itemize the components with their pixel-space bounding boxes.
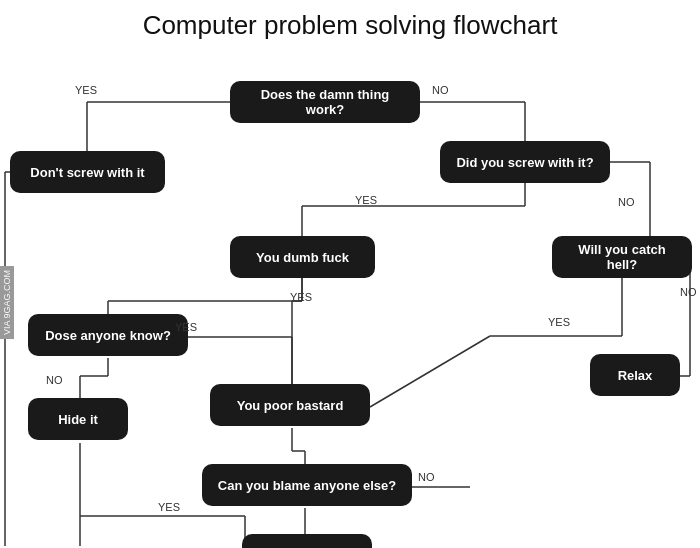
label-no-catch-hell: NO	[680, 286, 697, 298]
node-you-dumb-fuck: You dumb fuck	[230, 236, 375, 278]
node-you-poor-bastard: You poor bastard	[210, 384, 370, 426]
node-does-it-work: Does the damn thing work?	[230, 81, 420, 123]
flowchart-area: Does the damn thing work? Don't screw wi…	[0, 46, 700, 546]
label-no-top-right: NO	[432, 84, 449, 96]
node-did-you-screw: Did you screw with it?	[440, 141, 610, 183]
page-title: Computer problem solving flowchart	[0, 0, 700, 46]
node-will-you-catch-hell: Will you catch hell?	[552, 236, 692, 278]
label-yes-top-left: YES	[75, 84, 97, 96]
label-yes-catch-hell: YES	[548, 316, 570, 328]
label-yes-can-blame: YES	[158, 501, 180, 513]
node-can-you-blame: Can you blame anyone else?	[202, 464, 412, 506]
node-dont-screw: Don't screw with it	[10, 151, 165, 193]
node-no-problem: No problem	[242, 534, 372, 548]
label-yes-anyone-know: YES	[175, 321, 197, 333]
node-dose-anyone-know: Dose anyone know?	[28, 314, 188, 356]
label-no-anyone-know: NO	[46, 374, 63, 386]
label-no-did-screw: NO	[618, 196, 635, 208]
watermark: VIA 9GAG.COM	[0, 266, 14, 339]
node-hide-it: Hide it	[28, 398, 128, 440]
node-relax: Relax	[590, 354, 680, 396]
label-yes-did-screw: YES	[355, 194, 377, 206]
label-yes-dumb-fuck: YES	[290, 291, 312, 303]
label-no-can-blame: NO	[418, 471, 435, 483]
svg-line-23	[370, 336, 490, 407]
